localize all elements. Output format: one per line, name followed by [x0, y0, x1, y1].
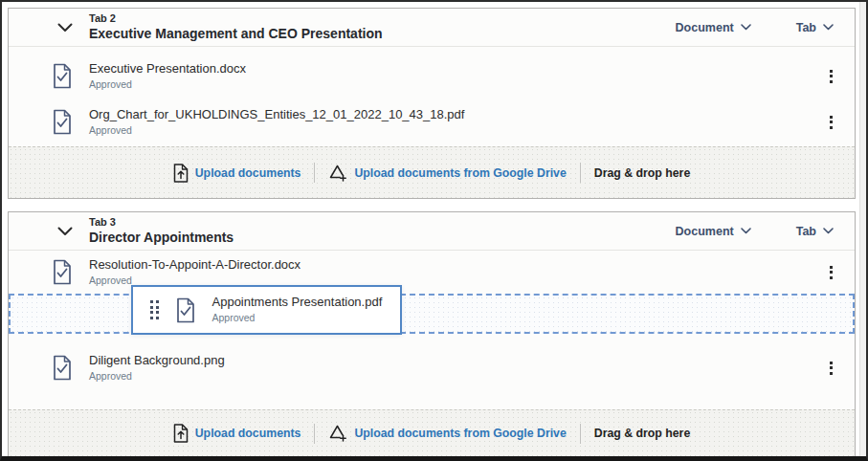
- drop-target-zone[interactable]: Appointments Presentation.pdf Approved: [9, 294, 855, 334]
- document-name: Resolution-To-Appoint-A-Director.docx: [89, 257, 300, 274]
- upload-google-drive-button[interactable]: Upload documents from Google Drive: [328, 424, 566, 443]
- window-frame: Tab 2 Executive Management and CEO Prese…: [0, 0, 868, 461]
- upload-actions: Upload documents Upload documents from G…: [173, 424, 691, 444]
- document-info: Diligent Background.png Approved: [89, 353, 225, 384]
- document-approved-icon: [52, 63, 73, 89]
- tab-menu-button[interactable]: Tab: [796, 21, 834, 34]
- upload-documents-label: Upload documents: [195, 427, 301, 440]
- upload-document-icon: [173, 164, 189, 183]
- drag-drop-upload-zone[interactable]: Upload documents Upload documents from G…: [9, 146, 855, 198]
- upload-documents-button[interactable]: Upload documents: [173, 164, 301, 183]
- document-menu-button[interactable]: Document: [676, 225, 751, 238]
- upload-google-drive-button[interactable]: Upload documents from Google Drive: [328, 164, 566, 183]
- divider: [580, 163, 581, 183]
- upload-document-icon: [173, 424, 189, 443]
- kebab-menu-icon[interactable]: [827, 358, 835, 379]
- collapse-chevron-down-icon[interactable]: [57, 20, 73, 35]
- document-name: Org_Chart_for_UKHOLDINGS_Entities_12_01_…: [89, 107, 464, 123]
- section-menus: Document Tab: [676, 21, 834, 34]
- document-menu-label: Document: [676, 225, 734, 238]
- section-title-block: Tab 2 Executive Management and CEO Prese…: [89, 12, 383, 42]
- document-info: Org_Chart_for_UKHOLDINGS_Entities_12_01_…: [89, 107, 464, 138]
- document-info: Resolution-To-Appoint-A-Director.docx Ap…: [89, 257, 300, 288]
- drag-handle-icon[interactable]: [150, 300, 159, 319]
- document-approved-icon: [52, 259, 73, 285]
- upload-google-drive-label: Upload documents from Google Drive: [354, 427, 566, 440]
- chevron-down-icon: [823, 24, 834, 31]
- upload-google-drive-label: Upload documents from Google Drive: [354, 166, 566, 180]
- vertical-scrollbar[interactable]: [859, 2, 866, 456]
- section-header: Tab 3 Director Appointments Document Tab: [9, 212, 855, 251]
- upload-documents-button[interactable]: Upload documents: [173, 424, 301, 443]
- tab-menu-label: Tab: [796, 21, 816, 34]
- section-menus: Document Tab: [676, 225, 834, 238]
- document-status-badge: Approved: [89, 124, 464, 138]
- tab-menu-button[interactable]: Tab: [796, 225, 834, 238]
- document-status-badge: Approved: [212, 312, 383, 325]
- document-row[interactable]: Org_Chart_for_UKHOLDINGS_Entities_12_01_…: [9, 100, 855, 143]
- document-row[interactable]: Executive Presentation.docx Approved: [9, 55, 855, 98]
- document-menu-button[interactable]: Document: [676, 21, 751, 34]
- chevron-down-icon: [741, 24, 751, 31]
- divider: [580, 424, 581, 444]
- drag-drop-upload-zone[interactable]: Upload documents Upload documents from G…: [9, 409, 855, 456]
- document-approved-icon: [52, 355, 73, 381]
- kebab-menu-icon[interactable]: [827, 66, 835, 87]
- upload-actions: Upload documents Upload documents from G…: [173, 163, 691, 183]
- document-status-badge: Approved: [89, 78, 246, 92]
- section-header: Tab 2 Executive Management and CEO Prese…: [9, 9, 855, 47]
- document-info: Appointments Presentation.pdf Approved: [212, 295, 383, 325]
- dragged-document-card[interactable]: Appointments Presentation.pdf Approved: [131, 285, 402, 335]
- document-menu-label: Document: [676, 21, 734, 34]
- divider: [314, 424, 315, 444]
- google-drive-add-icon: [328, 424, 347, 443]
- document-name: Executive Presentation.docx: [89, 61, 246, 77]
- tab-number-label: Tab 2: [89, 12, 383, 26]
- tab-menu-label: Tab: [796, 225, 816, 238]
- tab-section-executive-management: Tab 2 Executive Management and CEO Prese…: [8, 8, 856, 199]
- collapse-chevron-down-icon[interactable]: [57, 224, 73, 239]
- spacer: [9, 334, 855, 346]
- document-row[interactable]: Diligent Background.png Approved: [9, 346, 855, 389]
- tab-section-director-appointments: Tab 3 Director Appointments Document Tab: [8, 211, 856, 456]
- document-status-badge: Approved: [89, 370, 225, 384]
- drag-drop-here-label: Drag & drop here: [594, 166, 690, 180]
- google-drive-add-icon: [328, 164, 347, 183]
- document-approved-icon: [52, 109, 73, 135]
- chevron-down-icon: [741, 228, 751, 234]
- upload-documents-label: Upload documents: [195, 166, 301, 180]
- document-name: Appointments Presentation.pdf: [212, 295, 383, 311]
- chevron-down-icon: [823, 228, 834, 234]
- tab-number-label: Tab 3: [89, 216, 234, 230]
- document-name: Diligent Background.png: [89, 353, 225, 369]
- divider: [314, 163, 315, 183]
- section-title: Executive Management and CEO Presentatio…: [89, 26, 383, 43]
- drag-drop-here-label: Drag & drop here: [594, 427, 690, 440]
- kebab-menu-icon[interactable]: [827, 262, 835, 283]
- document-approved-icon: [175, 297, 196, 323]
- kebab-menu-icon[interactable]: [827, 112, 835, 133]
- section-title-block: Tab 3 Director Appointments: [89, 216, 234, 246]
- section-title: Director Appointments: [89, 230, 234, 247]
- document-info: Executive Presentation.docx Approved: [89, 61, 246, 92]
